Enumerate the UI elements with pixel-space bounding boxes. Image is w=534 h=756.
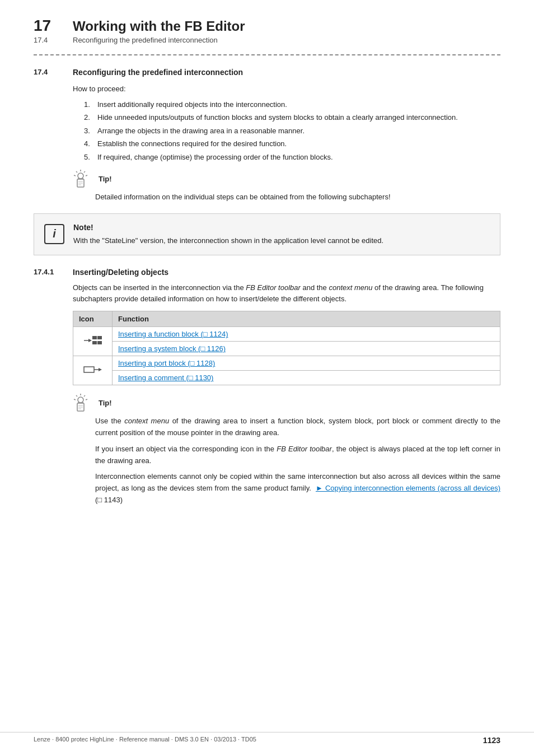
- page-header: 17 Working with the FB Editor 17.4 Recon…: [34, 17, 500, 44]
- note-box: i Note! With the "StateLine" version, th…: [34, 213, 500, 256]
- tip-icon-2: [73, 393, 94, 412]
- note-title: Note!: [73, 223, 383, 232]
- tip-2-para-3: Interconnection elements cannot only be …: [95, 471, 500, 506]
- italic-context-menu: context menu: [329, 283, 372, 292]
- function-cell-row3: Inserting a port block (□ 1128): [113, 356, 500, 371]
- section-17-4-1-body: Objects can be inserted in the interconn…: [73, 282, 500, 304]
- svg-rect-18: [84, 367, 94, 372]
- function-cell-row2: Inserting a system block (□ 1126): [113, 342, 500, 356]
- port-icon: [83, 362, 103, 377]
- svg-line-22: [76, 395, 77, 396]
- function-cell-row4: Inserting a comment (□ 1130): [113, 371, 500, 385]
- section-17-4-heading: 17.4 Reconfiguring the predefined interc…: [34, 68, 500, 77]
- table-header-function: Function: [113, 311, 500, 327]
- section-17-4-number: 17.4: [34, 68, 62, 77]
- function-table: Icon Function: [73, 311, 500, 385]
- fb-icon: [83, 333, 103, 348]
- tip-icon: [73, 169, 94, 188]
- tip-1-label: Tip!: [99, 175, 112, 183]
- footer-left-text: Lenze · 8400 protec HighLine · Reference…: [34, 736, 256, 745]
- subchapter-number: 17.4: [34, 36, 62, 44]
- svg-rect-15: [97, 336, 102, 339]
- list-item: 3.Arrange the objects in the drawing are…: [84, 125, 500, 137]
- svg-point-26: [78, 397, 83, 403]
- svg-rect-14: [92, 336, 97, 339]
- svg-line-2: [74, 175, 76, 176]
- page-footer: Lenze · 8400 protec HighLine · Reference…: [0, 732, 534, 745]
- tip-box-1: Tip! Detailed information on the individ…: [73, 169, 500, 203]
- tip-2-label: Tip!: [99, 399, 112, 407]
- chapter-number: 17: [34, 17, 62, 35]
- tip-2-content: Use the context menu of the drawing area…: [95, 416, 500, 506]
- svg-line-1: [76, 171, 77, 172]
- note-icon: i: [44, 224, 64, 244]
- svg-line-4: [86, 175, 87, 176]
- tip-1-content: Detailed information on the individual s…: [95, 192, 500, 203]
- list-item: 2.Hide unneeded inputs/outputs of functi…: [84, 112, 500, 123]
- svg-line-3: [84, 171, 85, 172]
- copying-link[interactable]: ► Copying interconnection elements (acro…: [316, 484, 500, 492]
- list-item: 4.Establish the connections required for…: [84, 138, 500, 150]
- svg-rect-16: [92, 341, 97, 344]
- tip-box-2: Tip! Use the context menu of the drawing…: [73, 393, 500, 506]
- section-17-4-intro: How to proceed:: [73, 83, 500, 95]
- svg-line-24: [84, 395, 85, 396]
- table-wrap: Icon Function: [73, 311, 500, 385]
- dashed-divider: [34, 54, 500, 55]
- tip-2-para-1: Use the context menu of the drawing area…: [95, 416, 500, 439]
- list-item: 5.If required, change (optimise) the pro…: [84, 152, 500, 163]
- section-17-4-title: Reconfiguring the predefined interconnec…: [73, 68, 243, 77]
- svg-rect-17: [97, 341, 102, 344]
- link-inserting-comment[interactable]: Inserting a comment (□ 1130): [113, 371, 500, 385]
- note-text: With the "StateLine" version, the interc…: [73, 235, 383, 246]
- svg-point-5: [78, 173, 83, 179]
- svg-line-25: [86, 399, 87, 400]
- table-header-icon: Icon: [73, 311, 113, 327]
- table-row: Inserting a port block (□ 1128): [73, 356, 500, 371]
- icon-cell-fb: [73, 327, 113, 356]
- subchapter-text: Reconfiguring the predefined interconnec…: [73, 36, 218, 44]
- chapter-title: Working with the FB Editor: [73, 18, 245, 34]
- link-inserting-function-block[interactable]: Inserting a function block (□ 1124): [113, 327, 500, 341]
- svg-marker-13: [88, 339, 92, 342]
- link-inserting-system-block[interactable]: Inserting a system block (□ 1126): [113, 342, 500, 356]
- link-inserting-port-block[interactable]: Inserting a port block (□ 1128): [113, 356, 500, 370]
- svg-marker-20: [99, 368, 102, 371]
- function-cell-row1: Inserting a function block (□ 1124): [113, 327, 500, 342]
- svg-line-23: [74, 399, 76, 400]
- tip-2-para-2: If you insert an object via the correspo…: [95, 444, 500, 467]
- section-17-4-1-title: Inserting/Deleting objects: [73, 268, 168, 277]
- table-row: Inserting a system block (□ 1126): [73, 342, 500, 356]
- section-17-4-1-heading: 17.4.1 Inserting/Deleting objects: [34, 268, 500, 277]
- footer-page-number: 1123: [483, 736, 500, 745]
- table-row: Inserting a comment (□ 1130): [73, 371, 500, 385]
- table-row: Inserting a function block (□ 1124): [73, 327, 500, 342]
- section-17-4-1-number: 17.4.1: [34, 268, 62, 277]
- italic-fb-editor: FB Editor toolbar: [246, 283, 301, 292]
- icon-cell-port: [73, 356, 113, 385]
- list-item: 1.Insert additionally required objects i…: [84, 99, 500, 110]
- steps-list: 1.Insert additionally required objects i…: [84, 99, 500, 163]
